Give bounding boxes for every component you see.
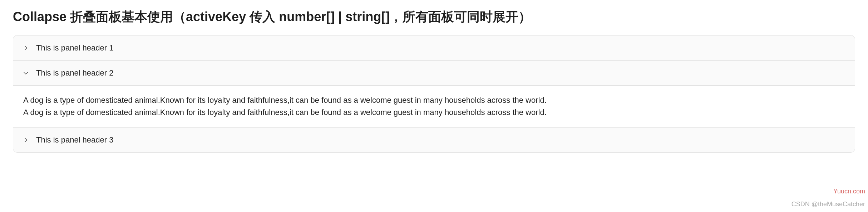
collapse-header-label: This is panel header 3 bbox=[36, 134, 113, 146]
chevron-right-icon bbox=[23, 45, 29, 51]
collapse-panel-2: This is panel header 2 A dog is a type o… bbox=[13, 61, 855, 127]
page-title: Collapse 折叠面板基本使用（activeKey 传入 number[] … bbox=[13, 7, 855, 26]
collapse-header-2[interactable]: This is panel header 2 bbox=[13, 61, 855, 85]
chevron-right-icon bbox=[23, 137, 29, 143]
collapse-content-line: A dog is a type of domesticated animal.K… bbox=[23, 106, 845, 119]
collapse-header-label: This is panel header 1 bbox=[36, 42, 113, 54]
collapse-container: This is panel header 1 This is panel hea… bbox=[13, 35, 855, 153]
collapse-content-2: A dog is a type of domesticated animal.K… bbox=[13, 85, 855, 127]
collapse-header-3[interactable]: This is panel header 3 bbox=[13, 127, 855, 152]
collapse-panel-1: This is panel header 1 bbox=[13, 35, 855, 61]
collapse-panel-3: This is panel header 3 bbox=[13, 127, 855, 152]
collapse-header-1[interactable]: This is panel header 1 bbox=[13, 35, 855, 60]
collapse-content-line: A dog is a type of domesticated animal.K… bbox=[23, 94, 845, 106]
chevron-down-icon bbox=[23, 70, 29, 76]
collapse-header-label: This is panel header 2 bbox=[36, 67, 113, 79]
